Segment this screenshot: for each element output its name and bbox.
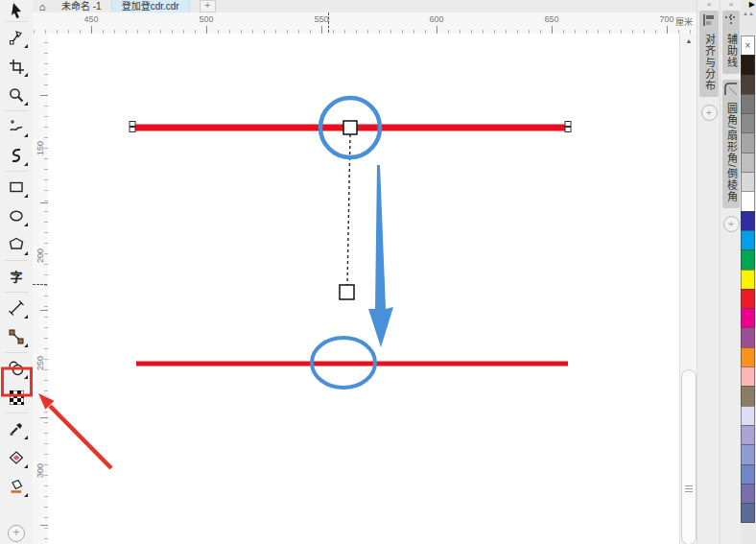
- color-swatch-14[interactable]: [741, 327, 755, 347]
- v-ruler-label: 250: [35, 357, 45, 370]
- flyout-indicator: [24, 133, 28, 137]
- shape-tool[interactable]: [0, 23, 33, 52]
- ruler-unit-label: 厘米: [675, 15, 693, 28]
- color-swatch-7[interactable]: [741, 191, 755, 211]
- palette-scroll-icon[interactable]: ▲▲: [743, 11, 754, 17]
- color-swatch-15[interactable]: [741, 347, 755, 367]
- flyout-indicator: [24, 194, 28, 198]
- polygon-tool[interactable]: [0, 230, 33, 259]
- scrollbar-thumb[interactable]: [681, 369, 697, 544]
- guidelines-icon: [724, 13, 738, 31]
- palette-flyout-icon[interactable]: ▶: [749, 1, 755, 9]
- align-icon: [702, 13, 716, 31]
- docker-tab-guidelines[interactable]: 辅助线: [722, 11, 740, 74]
- connector-tool[interactable]: [0, 322, 33, 351]
- scrollbar-grip: [685, 485, 693, 493]
- eyedropper-tool[interactable]: [0, 414, 33, 443]
- vertical-ruler[interactable]: 150200250300: [33, 34, 49, 544]
- color-swatch-6[interactable]: [741, 172, 755, 192]
- flyout-indicator: [24, 223, 28, 226]
- ruler-cursor-marker: [33, 284, 47, 285]
- color-swatch-5[interactable]: [741, 153, 755, 173]
- shadow-handle-start[interactable]: [343, 121, 357, 134]
- color-swatch-19[interactable]: [741, 425, 755, 445]
- new-document-tab-button[interactable]: +: [200, 0, 216, 12]
- document-tab-untitled[interactable]: 未命名 -1: [52, 0, 112, 12]
- flyout-indicator: [24, 73, 28, 77]
- color-swatch-10[interactable]: [741, 249, 755, 270]
- horizontal-ruler[interactable]: 厘米 450500550600650700: [33, 12, 697, 35]
- docker-add-button[interactable]: +: [723, 216, 740, 232]
- crop-tool[interactable]: [0, 52, 33, 81]
- toolbox-separator: [5, 413, 28, 414]
- color-swatch-4[interactable]: [741, 132, 755, 153]
- color-swatch-17[interactable]: [741, 386, 755, 406]
- color-swatch-8[interactable]: [741, 211, 755, 231]
- v-ruler-label: 300: [35, 464, 45, 478]
- h-ruler-label: 700: [659, 14, 673, 24]
- interactive-fill-tool[interactable]: [0, 472, 33, 501]
- docker-close-icon[interactable]: ×: [721, 0, 742, 9]
- toolbox-customize-button[interactable]: +: [8, 525, 25, 542]
- pick-tool[interactable]: [0, 0, 33, 20]
- transparency-tool[interactable]: [0, 383, 33, 412]
- h-ruler-label: 600: [429, 14, 443, 24]
- flyout-indicator: [24, 162, 28, 166]
- flyout-indicator: [24, 251, 28, 255]
- color-swatch-11[interactable]: [741, 270, 755, 290]
- docker-tab-label: 圆角/扇形角/倒棱角: [726, 103, 737, 202]
- flyout-indicator: [24, 493, 28, 497]
- fillet-icon: [724, 83, 738, 100]
- color-swatch-3[interactable]: [741, 113, 755, 133]
- docker-tab-align-distribute[interactable]: 对齐与分布: [699, 11, 719, 97]
- color-swatch-18[interactable]: [741, 406, 755, 426]
- freehand-tool[interactable]: [0, 112, 33, 141]
- toolbox-separator: [5, 110, 28, 111]
- docker-add-button[interactable]: +: [701, 105, 718, 121]
- color-swatch-13[interactable]: [741, 308, 755, 328]
- zoom-tool[interactable]: [0, 81, 33, 109]
- color-swatch-12[interactable]: [741, 289, 755, 309]
- document-tab-active[interactable]: 登加登cdr.cdr: [112, 0, 190, 12]
- toolbox: 字: [0, 0, 34, 544]
- scroll-up-button[interactable]: ▲: [680, 34, 697, 49]
- color-swatch-21[interactable]: [741, 464, 755, 485]
- color-swatch-1[interactable]: [741, 75, 755, 95]
- dimension-tool[interactable]: [0, 294, 33, 322]
- h-ruler-label: 550: [314, 14, 328, 24]
- color-swatch-9[interactable]: [741, 230, 755, 250]
- artistic-media-tool[interactable]: [0, 141, 33, 170]
- text-tool[interactable]: 字: [0, 262, 33, 291]
- h-ruler-label: 650: [544, 14, 558, 24]
- toolbox-separator: [5, 292, 28, 293]
- blue-arrow: [368, 165, 393, 347]
- h-ruler-label: 500: [199, 14, 213, 24]
- shadow-handle-end[interactable]: [340, 285, 354, 299]
- docker-strip-2: × 辅助线 圆角/扇形角/倒棱角 +: [720, 0, 742, 544]
- docker-close-icon[interactable]: ×: [697, 0, 721, 9]
- color-swatch-23[interactable]: [741, 503, 755, 523]
- coreldraw-window: 字 + ⌂ 未命名 -1 登加登cdr.cdr + 厘米 45050055060…: [0, 0, 756, 544]
- rectangle-tool[interactable]: [0, 173, 33, 201]
- docker-strip-1: × 对齐与分布 +: [697, 0, 721, 544]
- flyout-indicator: [24, 315, 28, 319]
- canvas[interactable]: [48, 34, 679, 544]
- color-swatch-0[interactable]: [741, 55, 755, 75]
- color-swatch-22[interactable]: [741, 484, 755, 504]
- color-palette: ▶ ▲▲ ×: [741, 0, 756, 544]
- docker-tab-label: 对齐与分布: [704, 34, 715, 91]
- docker-tab-fillet-scallop-chamfer[interactable]: 圆角/扇形角/倒棱角: [722, 80, 740, 208]
- color-swatch-2[interactable]: [741, 94, 755, 114]
- toolbox-separator: [5, 352, 28, 353]
- color-swatch-20[interactable]: [741, 444, 755, 464]
- ellipse-tool[interactable]: [0, 201, 33, 230]
- shadow-tool[interactable]: [0, 354, 33, 383]
- home-icon[interactable]: ⌂: [33, 1, 52, 12]
- vertical-scrollbar[interactable]: ▲: [679, 34, 698, 544]
- smart-fill-tool[interactable]: [0, 443, 33, 472]
- no-color-swatch[interactable]: ×: [741, 35, 755, 56]
- flyout-indicator: [24, 44, 28, 48]
- flyout-indicator: [24, 102, 28, 106]
- flyout-indicator: [24, 436, 28, 439]
- color-swatch-16[interactable]: [741, 367, 755, 387]
